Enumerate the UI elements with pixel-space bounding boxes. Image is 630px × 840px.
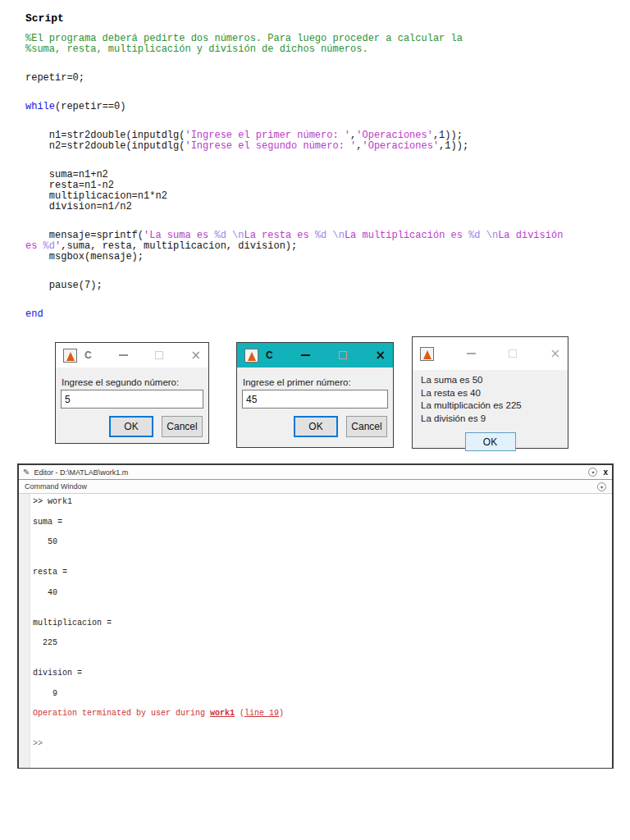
code-segment-str: La multiplicación es <box>345 230 468 241</box>
output-line <box>33 648 612 658</box>
code-segment-esc: %d <box>214 230 226 241</box>
code-segment-plain: ,1)); <box>433 130 463 141</box>
dialog-titlebar: C × <box>237 343 393 368</box>
code-line <box>25 55 563 73</box>
error-text: ( <box>235 709 244 718</box>
dialog-titlebar: × <box>413 337 568 370</box>
maximize-icon[interactable] <box>155 351 163 359</box>
maximize-icon[interactable] <box>339 351 347 359</box>
error-message: Operation terminated by user during work… <box>33 709 612 718</box>
code-segment-esc: \n <box>333 230 345 241</box>
code-segment-str: 'Ingrese el primer número: ' <box>185 130 350 141</box>
result-line: La suma es 50 <box>421 374 559 387</box>
maximize-icon[interactable] <box>509 349 517 358</box>
code-segment-str: 'Operaciones' <box>362 140 439 152</box>
titlebar-left <box>420 347 434 361</box>
code-segment-str <box>481 230 486 241</box>
code-line <box>25 152 563 170</box>
code-line: while(repetir==0) <box>25 102 563 112</box>
script-code: %El programa deberá pedirte dos números.… <box>25 34 563 320</box>
minimize-icon[interactable] <box>301 354 310 356</box>
code-segment-esc: \n <box>486 230 498 241</box>
minimize-icon[interactable] <box>467 353 476 354</box>
code-segment-str: La resta es <box>244 230 314 241</box>
error-link-work1[interactable]: work1 <box>210 709 235 718</box>
output-line: division = <box>33 669 612 678</box>
code-segment-plain: mensaje=sprintf( <box>25 230 144 241</box>
code-segment-plain: ,suma, resta, multiplicacion, division); <box>61 240 297 252</box>
error-link-line19[interactable]: line 19 <box>244 709 279 718</box>
script-section: Script %El programa deberá pedirte dos n… <box>25 13 563 320</box>
number-input[interactable] <box>61 390 203 409</box>
close-icon[interactable]: x <box>603 468 608 477</box>
code-segment-esc: %d <box>43 240 55 252</box>
dialog-title: C <box>266 349 273 361</box>
code-segment-str <box>326 230 332 241</box>
dropdown-icon[interactable]: ▾ <box>588 468 597 477</box>
command-prompt[interactable]: >> <box>33 739 43 748</box>
matlab-triangle <box>66 352 75 361</box>
code-segment-plain: ,1)); <box>439 140 468 152</box>
output-line <box>33 527 612 537</box>
result-line: La división es 9 <box>421 413 559 426</box>
code-segment-plain: (repetir==0) <box>55 101 126 112</box>
code-line: n2=str2double(inputdlg('Ingrese el segun… <box>25 141 563 152</box>
dialog-body: Ingrese el segundo número: OK Cancel <box>56 368 208 437</box>
matlab-logo-icon <box>63 349 77 363</box>
code-segment-str: La división <box>498 230 563 241</box>
close-icon[interactable]: × <box>190 349 201 362</box>
ok-button[interactable]: OK <box>465 432 516 451</box>
output-line: 40 <box>33 588 612 598</box>
titlebar-left: C <box>244 349 273 363</box>
code-segment-plain: division=n1/n2 <box>25 201 132 212</box>
code-line: repetir=0; <box>25 73 563 84</box>
matlab-logo-icon <box>244 349 258 363</box>
code-segment-plain: resta=n1-n2 <box>25 180 114 191</box>
code-segment-kw: while <box>25 101 55 112</box>
code-line: pause(7); <box>25 281 563 291</box>
output-line <box>33 598 612 608</box>
close-icon[interactable]: × <box>375 349 386 362</box>
code-segment-plain: multiplicacion=n1*n2 <box>25 190 167 202</box>
dialog-body: La suma es 50La resta es 40La multiplica… <box>413 370 568 451</box>
cancel-button[interactable]: Cancel <box>346 416 387 437</box>
code-line <box>25 212 563 231</box>
editor-title: Editor - D:\MATLAB\work1.m <box>34 468 128 477</box>
code-segment-plain: n1=str2double(inputdlg( <box>25 130 185 141</box>
code-segment-str: es <box>25 240 43 252</box>
result-message: La suma es 50La resta es 40La multiplica… <box>421 374 559 425</box>
ok-button[interactable]: OK <box>109 416 153 437</box>
input-label: Ingrese el primer número: <box>243 377 388 387</box>
code-line: msgbox(mensaje); <box>25 252 563 262</box>
code-line <box>25 84 563 102</box>
number-input[interactable] <box>242 390 388 409</box>
code-segment-kw: end <box>25 308 43 320</box>
output-line: 50 <box>33 537 612 547</box>
output-line <box>33 628 612 638</box>
prompt-row: fx>> <box>19 739 612 750</box>
inputdlg-first-number: C × Ingrese el primer número: OK Cancel <box>236 342 394 448</box>
code-line: end <box>25 309 563 320</box>
result-line: La multiplicación es 225 <box>421 399 559 413</box>
matlab-triangle <box>248 352 256 361</box>
panel-title: Command Window <box>25 482 87 491</box>
command-window-content[interactable]: >> work1suma = 50resta = 40multiplicacio… <box>19 494 612 768</box>
minimize-icon[interactable] <box>119 354 128 356</box>
code-segment-esc: %d <box>468 230 480 241</box>
panel-actions: ▾ <box>597 482 606 491</box>
close-icon[interactable]: × <box>550 348 560 360</box>
code-line <box>25 112 563 130</box>
matlab-editor-window: ✎ Editor - D:\MATLAB\work1.m ▾ x Command… <box>17 463 614 769</box>
output-line: multiplicacion = <box>33 619 612 628</box>
code-segment-plain: n2=str2double(inputdlg( <box>25 140 185 152</box>
output-line: >> work1 <box>33 497 612 507</box>
error-text: ) <box>279 709 284 718</box>
output-line: 225 <box>33 638 612 648</box>
dropdown-icon[interactable]: ▾ <box>597 482 606 491</box>
code-segment-esc: %d <box>315 230 326 241</box>
msgbox-result: × La suma es 50La resta es 40La multipli… <box>412 336 568 449</box>
command-output: >> work1suma = 50resta = 40multiplicacio… <box>19 494 612 699</box>
code-segment-str: 'Operaciones' <box>356 130 433 141</box>
ok-button[interactable]: OK <box>294 416 338 437</box>
cancel-button[interactable]: Cancel <box>162 416 203 437</box>
